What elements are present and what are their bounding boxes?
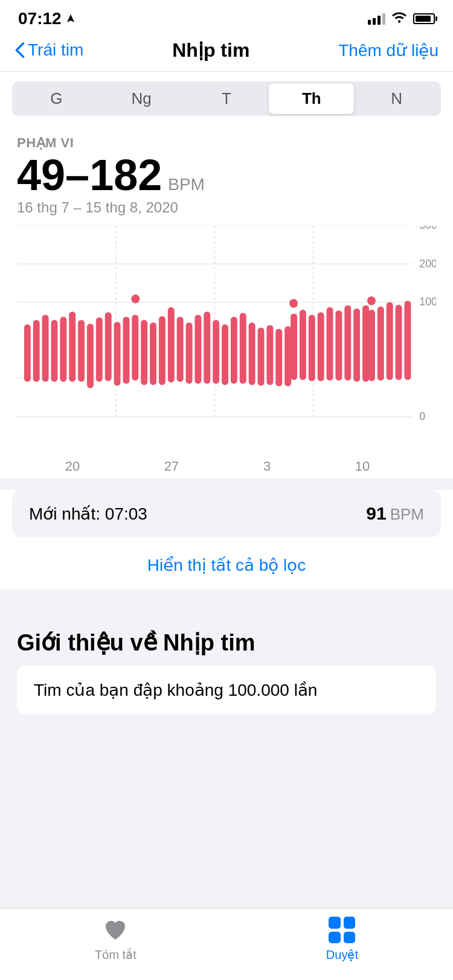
svg-rect-19 bbox=[87, 324, 94, 389]
svg-rect-42 bbox=[284, 326, 291, 386]
svg-point-24 bbox=[131, 294, 140, 304]
add-data-button[interactable]: Thêm dữ liệu bbox=[338, 40, 439, 60]
status-bar: 07:12 bbox=[0, 0, 453, 33]
svg-rect-50 bbox=[344, 305, 351, 381]
svg-rect-57 bbox=[396, 305, 402, 380]
svg-rect-16 bbox=[60, 317, 66, 382]
svg-text:300: 300 bbox=[419, 226, 436, 231]
svg-rect-48 bbox=[327, 307, 333, 380]
svg-rect-51 bbox=[353, 308, 360, 381]
date-range: 16 thg 7 – 15 thg 8, 2020 bbox=[17, 199, 436, 216]
svg-rect-28 bbox=[159, 316, 165, 385]
svg-rect-15 bbox=[51, 320, 58, 381]
heart-rate-display: 49–182 BPM bbox=[17, 153, 436, 197]
svg-rect-23 bbox=[123, 317, 129, 384]
svg-rect-47 bbox=[318, 313, 324, 381]
reading-value: 91 BPM bbox=[366, 503, 424, 524]
svg-text:200: 200 bbox=[419, 256, 436, 270]
tab-bar: Tóm tắt Duyệt bbox=[0, 908, 453, 980]
tab-g[interactable]: G bbox=[14, 83, 99, 114]
svg-rect-21 bbox=[105, 313, 112, 381]
tab-n[interactable]: N bbox=[354, 83, 439, 114]
svg-rect-55 bbox=[378, 307, 384, 380]
x-label-10: 10 bbox=[355, 459, 370, 474]
battery-icon bbox=[413, 13, 435, 24]
svg-rect-26 bbox=[141, 320, 147, 385]
page-title: Nhịp tim bbox=[172, 39, 249, 62]
wifi-icon bbox=[391, 11, 407, 27]
svg-rect-27 bbox=[150, 322, 156, 384]
latest-reading-card: Mới nhất: 07:03 91 BPM bbox=[12, 490, 441, 537]
filter-link-container: Hiển thị tất cả bộ lọc bbox=[0, 549, 453, 590]
svg-rect-40 bbox=[266, 325, 273, 385]
tabs-container: G Ng T Th N bbox=[0, 72, 453, 123]
svg-rect-34 bbox=[213, 320, 219, 384]
svg-rect-22 bbox=[114, 322, 121, 386]
svg-rect-58 bbox=[404, 301, 411, 380]
about-card: Tim của bạn đập khoảng 100.000 lần bbox=[17, 666, 436, 714]
filter-link[interactable]: Hiển thị tất cả bộ lọc bbox=[147, 556, 306, 574]
svg-rect-30 bbox=[177, 317, 184, 382]
status-time: 07:12 bbox=[18, 9, 76, 28]
tab-t[interactable]: T bbox=[184, 83, 269, 114]
location-icon bbox=[65, 13, 76, 24]
section-separator bbox=[0, 590, 453, 611]
svg-point-43 bbox=[289, 299, 298, 308]
tab-ng[interactable]: Ng bbox=[99, 83, 184, 114]
chart-x-labels: 20 27 3 10 bbox=[17, 455, 436, 478]
x-label-20: 20 bbox=[65, 459, 80, 474]
svg-rect-36 bbox=[231, 317, 237, 384]
heart-rate-chart: 300 200 100 0 bbox=[17, 226, 436, 455]
about-title: Giới thiệu về Nhịp tim bbox=[17, 629, 436, 656]
section-label: PHẠM VI bbox=[17, 135, 436, 151]
about-section: Giới thiệu về Nhịp tim Tim của bạn đập k… bbox=[0, 611, 453, 714]
svg-rect-52 bbox=[362, 305, 369, 382]
svg-rect-49 bbox=[335, 310, 342, 380]
svg-point-53 bbox=[367, 296, 376, 305]
svg-rect-54 bbox=[368, 310, 375, 381]
svg-text:0: 0 bbox=[419, 409, 425, 422]
svg-rect-45 bbox=[300, 310, 306, 380]
svg-rect-37 bbox=[240, 313, 246, 384]
period-tabs: G Ng T Th N bbox=[12, 81, 441, 116]
svg-rect-46 bbox=[309, 315, 315, 381]
svg-rect-33 bbox=[204, 312, 210, 384]
heart-rate-number: 49–182 bbox=[17, 153, 162, 197]
svg-rect-13 bbox=[33, 320, 40, 381]
bpm-unit: BPM bbox=[168, 176, 205, 193]
heart-tab-icon bbox=[100, 916, 131, 944]
reading-number: 91 bbox=[366, 503, 386, 524]
signal-bars bbox=[368, 13, 385, 25]
reading-label: Mới nhất: 07:03 bbox=[29, 504, 147, 524]
svg-rect-35 bbox=[222, 325, 228, 385]
reading-bpm-unit: BPM bbox=[390, 505, 424, 524]
svg-rect-29 bbox=[168, 307, 175, 383]
svg-rect-38 bbox=[249, 322, 255, 384]
svg-rect-25 bbox=[132, 315, 138, 381]
svg-rect-31 bbox=[186, 322, 193, 383]
main-content: PHẠM VI 49–182 BPM 16 thg 7 – 15 thg 8, … bbox=[0, 123, 453, 478]
x-label-27: 27 bbox=[164, 459, 179, 474]
chart-container: 300 200 100 0 bbox=[17, 226, 436, 455]
tab-bar-browse[interactable]: Duyệt bbox=[326, 916, 358, 962]
svg-rect-41 bbox=[275, 329, 282, 386]
svg-rect-39 bbox=[258, 328, 265, 386]
x-label-3: 3 bbox=[263, 459, 271, 474]
svg-rect-14 bbox=[42, 315, 49, 382]
svg-rect-56 bbox=[387, 302, 393, 380]
svg-rect-12 bbox=[24, 325, 31, 382]
svg-rect-17 bbox=[69, 312, 76, 382]
tab-th[interactable]: Th bbox=[269, 83, 354, 114]
tab-bar-browse-label: Duyệt bbox=[326, 947, 358, 962]
about-text: Tim của bạn đập khoảng 100.000 lần bbox=[34, 681, 317, 699]
nav-bar: Trái tim Nhịp tim Thêm dữ liệu bbox=[0, 33, 453, 72]
svg-rect-20 bbox=[96, 317, 103, 382]
grid-tab-icon bbox=[326, 916, 358, 944]
svg-rect-44 bbox=[291, 314, 297, 380]
tab-bar-summary[interactable]: Tóm tắt bbox=[95, 916, 137, 962]
back-button[interactable]: Trái tim bbox=[14, 40, 83, 60]
svg-text:100: 100 bbox=[419, 294, 436, 308]
status-icons bbox=[368, 11, 435, 27]
svg-rect-18 bbox=[78, 320, 85, 381]
svg-rect-32 bbox=[194, 315, 201, 384]
